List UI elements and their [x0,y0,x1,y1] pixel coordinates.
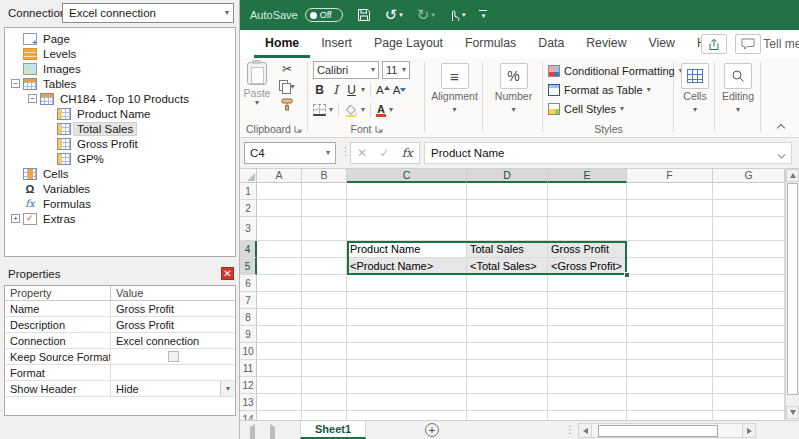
cell-C14[interactable] [347,411,467,420]
property-value[interactable]: Hide▾ [111,381,235,396]
insert-function-icon[interactable]: fx [402,146,413,160]
redo-button[interactable]: ↻▾ [417,8,435,22]
tree-item-gross-profit[interactable]: Gross Profit [5,136,235,151]
increase-font-size-button[interactable]: A [376,84,390,96]
cell-A10[interactable] [257,343,302,360]
cell-E13[interactable] [548,394,627,411]
tree-item-product-name[interactable]: Product Name [5,106,235,121]
property-row-show-header[interactable]: Show HeaderHide▾ [5,381,235,397]
connection-dropdown[interactable]: Excel connection ▾ [62,3,234,23]
cell-C13[interactable] [347,394,467,411]
cell-D9[interactable] [467,326,548,343]
cell-B4[interactable] [302,241,347,258]
cell-C3[interactable] [347,217,467,241]
row-header-10[interactable]: 10 [240,343,257,360]
cell-F12[interactable] [627,377,713,394]
cell-C11[interactable] [347,360,467,377]
cell-A7[interactable] [257,292,302,309]
select-all-corner[interactable] [240,169,257,183]
cancel-icon[interactable]: ✕ [357,146,367,160]
cell-A13[interactable] [257,394,302,411]
cell-G3[interactable] [713,217,785,241]
collapse-box-icon[interactable]: − [28,94,37,103]
tree-item-images[interactable]: Images [5,61,235,76]
font-size-dropdown[interactable]: 11 ▾ [382,61,410,79]
cell-A4[interactable] [257,241,302,258]
cell-F6[interactable] [627,275,713,292]
alignment-group[interactable]: ≡ Alignment ▾ [427,58,482,137]
row-header-9[interactable]: 9 [240,326,257,343]
cell-B1[interactable] [302,183,347,200]
underline-button[interactable]: U [345,83,358,97]
scroll-up-button[interactable] [786,169,799,182]
comments-button[interactable] [735,34,761,54]
format-as-table-button[interactable]: Format as Table▾ [544,80,673,99]
property-value[interactable] [111,349,235,364]
cell-B6[interactable] [302,275,347,292]
cell-D13[interactable] [467,394,548,411]
horizontal-scrollbar[interactable] [578,423,756,438]
cell-B8[interactable] [302,309,347,326]
editing-group[interactable]: Editing ▾ [716,58,760,137]
tree-item-cells[interactable]: Cells [5,166,235,181]
cell-D8[interactable] [467,309,548,326]
cell-E12[interactable] [548,377,627,394]
cell-G7[interactable] [713,292,785,309]
cell-D4[interactable]: Total Sales [467,241,548,258]
horizontal-scroll-thumb[interactable] [598,425,718,437]
cell-B9[interactable] [302,326,347,343]
cell-G1[interactable] [713,183,785,200]
cell-E3[interactable] [548,217,627,241]
cell-C4[interactable]: Product Name [347,241,467,258]
decrease-font-size-button[interactable]: A [393,84,407,96]
cell-A8[interactable] [257,309,302,326]
cell-A12[interactable] [257,377,302,394]
cell-F1[interactable] [627,183,713,200]
cell-C6[interactable] [347,275,467,292]
row-header-3[interactable]: 3 [240,217,257,241]
cell-D12[interactable] [467,377,548,394]
property-value[interactable]: Gross Profit [111,317,235,332]
row-header-11[interactable]: 11 [240,360,257,377]
row-header-7[interactable]: 7 [240,292,257,309]
cell-E5[interactable]: <Gross Profit> [548,258,627,275]
font-name-dropdown[interactable]: Calibri ▾ [313,61,379,79]
cell-B14[interactable] [302,411,347,420]
ribbon-tab-data[interactable]: Data [527,30,575,58]
vertical-scroll-thumb[interactable] [787,183,798,395]
cell-C5[interactable]: <Product Name> [347,258,467,275]
share-button[interactable] [701,34,727,54]
cell-D1[interactable] [467,183,548,200]
autosave-toggle[interactable]: Off [305,8,343,22]
next-sheet-button[interactable] [270,427,275,439]
cell-C12[interactable] [347,377,467,394]
cell-B2[interactable] [302,200,347,217]
cell-C2[interactable] [347,200,467,217]
cell-styles-button[interactable]: Cell Styles▾ [544,99,673,118]
customize-quick-access-button[interactable]: ▾ [479,10,487,20]
ribbon-tab-insert[interactable]: Insert [310,30,363,58]
cell-A9[interactable] [257,326,302,343]
conditional-formatting-button[interactable]: Conditional Formatting▾ [544,61,673,80]
row-header-1[interactable]: 1 [240,183,257,200]
cell-D14[interactable] [467,411,548,420]
format-painter-button[interactable] [281,97,293,112]
cell-A6[interactable] [257,275,302,292]
property-value[interactable]: Gross Profit [111,301,235,316]
cell-G5[interactable] [713,258,785,275]
cell-D5[interactable]: <Total Sales> [467,258,548,275]
tree-item-total-sales[interactable]: Total Sales [5,121,235,136]
paste-button[interactable]: Paste ▾ [242,58,272,121]
cell-B12[interactable] [302,377,347,394]
property-row-format[interactable]: Format [5,365,235,381]
save-button[interactable] [357,8,371,22]
cell-B5[interactable] [302,258,347,275]
cell-G8[interactable] [713,309,785,326]
cell-D6[interactable] [467,275,548,292]
column-header-A[interactable]: A [257,169,302,183]
ribbon-tab-page-layout[interactable]: Page Layout [363,30,454,58]
close-icon[interactable]: ✕ [221,267,234,280]
row-header-12[interactable]: 12 [240,377,257,394]
cells-group[interactable]: Cells ▾ [676,58,714,137]
cell-F10[interactable] [627,343,713,360]
